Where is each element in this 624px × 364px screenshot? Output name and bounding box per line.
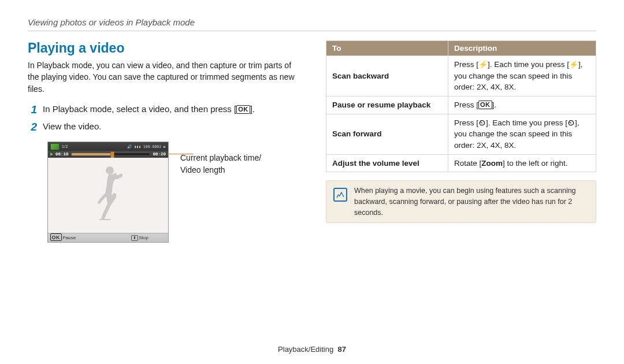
flash-icon: ⚡ [478, 60, 488, 70]
step-list: 1 In Playback mode, select a video, and … [28, 103, 298, 134]
row-pause-resume: Pause or resume playback Press [OK]. [326, 96, 596, 114]
row-label: Adjust the volume level [326, 154, 448, 172]
row-label: Scan backward [326, 56, 448, 96]
right-column: To Description Scan backward Press [⚡]. … [326, 40, 596, 243]
svg-rect-1 [99, 219, 111, 220]
thumb-bottombar: OK Pause ⬆ Stop [48, 233, 168, 242]
playback-screenshot: 1/2 🔊 ▮▮▮ 100-0002 ▶ 00:10 00:20 [47, 142, 169, 243]
row-label: Scan forward [326, 114, 448, 154]
controls-table: To Description Scan backward Press [⚡]. … [326, 40, 596, 172]
tip-note: When playing a movie, you can begin usin… [326, 180, 596, 223]
total-time: 00:20 [153, 152, 166, 157]
th-desc: Description [448, 41, 596, 56]
step-2-text: View the video. [43, 120, 101, 132]
note-text: When playing a movie, you can begin usin… [354, 185, 589, 218]
flash-icon: ⚡ [569, 60, 578, 70]
callout-line [168, 154, 193, 154]
zoom-label: Zoom [481, 159, 503, 168]
th-to: To [326, 41, 448, 56]
header-divider [28, 31, 596, 31]
svg-point-0 [106, 166, 114, 174]
breadcrumb: Viewing photos or videos in Playback mod… [28, 17, 596, 27]
play-icon [50, 153, 53, 156]
pause-label: Pause [63, 235, 76, 240]
timer-icon: ⏲ [567, 118, 575, 129]
thumb-annotation: Current playback time/ Video length [180, 152, 261, 243]
thumb-status: 🔊 ▮▮▮ 100-0002 ▶ [127, 144, 166, 149]
current-time: 00:10 [55, 152, 69, 157]
skater-silhouette [88, 164, 128, 227]
stop-label: Stop [139, 235, 148, 240]
page-number: 87 [337, 345, 346, 354]
thumb-progressbar: 00:10 00:20 [48, 151, 168, 158]
step-1: 1 In Playback mode, select a video, and … [28, 103, 298, 117]
step-1-text-pre: In Playback mode, select a video, and th… [43, 104, 236, 114]
section-title: Playing a video [28, 40, 298, 56]
footer-section: Playback/Editing [278, 345, 333, 354]
step-number: 1 [28, 103, 37, 117]
video-frame [48, 158, 168, 233]
left-column: Playing a video In Playback mode, you ca… [28, 40, 298, 243]
stop-icon: ⬆ [131, 235, 138, 241]
step-number: 2 [28, 120, 37, 134]
thumb-topbar: 1/2 🔊 ▮▮▮ 100-0002 ▶ [48, 142, 168, 151]
ok-icon: OK [478, 101, 492, 109]
ok-icon: OK [236, 105, 250, 114]
row-scan-backward: Scan backward Press [⚡]. Each time you p… [326, 56, 596, 96]
row-scan-forward: Scan forward Press [⏲]. Each time you pr… [326, 114, 596, 154]
video-file-icon [50, 143, 60, 150]
row-adjust-volume: Adjust the volume level Rotate [Zoom] to… [326, 154, 596, 172]
step-1-text-post: ]. [250, 104, 255, 114]
row-label: Pause or resume playback [326, 96, 448, 114]
thumb-counter: 1/2 [62, 144, 68, 148]
timer-icon: ⏲ [478, 118, 486, 129]
page-footer: Playback/Editing 87 [0, 345, 624, 354]
section-intro: In Playback mode, you can view a video, … [28, 60, 298, 95]
step-2: 2 View the video. [28, 120, 298, 134]
ok-icon: OK [50, 233, 62, 241]
note-icon [333, 188, 347, 202]
